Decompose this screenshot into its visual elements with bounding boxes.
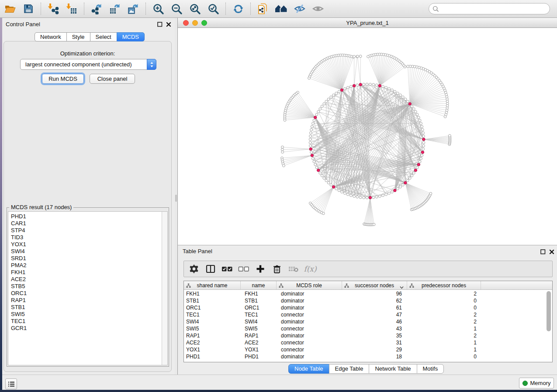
mcds-result-item[interactable]: TID3 bbox=[11, 234, 167, 241]
export-table-icon[interactable] bbox=[106, 1, 124, 16]
control-panel-tabs: NetworkStyleSelectMCDS bbox=[35, 32, 145, 41]
column-type-icon bbox=[344, 283, 349, 289]
column-header-shared-name[interactable]: shared name bbox=[184, 281, 241, 289]
tab-edge-table[interactable]: Edge Table bbox=[329, 364, 370, 374]
tab-style[interactable]: Style bbox=[66, 32, 90, 41]
mcds-result-item[interactable]: FKH1 bbox=[11, 269, 167, 276]
mcds-result-item[interactable]: RAP1 bbox=[11, 297, 167, 304]
search-field[interactable] bbox=[429, 3, 550, 14]
mcds-result-item[interactable]: PHD1 bbox=[11, 213, 167, 220]
column-header-MCDS-role[interactable]: MCDS role bbox=[277, 281, 342, 289]
table-row[interactable]: ORC1ORC1dominator610 bbox=[184, 304, 552, 311]
import-table-icon[interactable] bbox=[62, 1, 81, 16]
close-panel-button[interactable]: Close panel bbox=[90, 74, 135, 84]
zoom-in-icon[interactable] bbox=[149, 1, 167, 16]
mcds-result-item[interactable]: YOX1 bbox=[11, 241, 167, 248]
task-history-button[interactable] bbox=[5, 378, 17, 389]
mcds-result-item[interactable]: SRD1 bbox=[11, 255, 167, 262]
share-document-icon[interactable] bbox=[254, 1, 272, 16]
mcds-list-scrollbar[interactable] bbox=[162, 212, 167, 365]
table-cell: 1 bbox=[407, 339, 481, 346]
table-row[interactable]: ACE2ACE2connector311 bbox=[184, 339, 552, 346]
table-row[interactable]: PHD1PHD1dominator180 bbox=[184, 353, 552, 360]
memory-label: Memory bbox=[530, 380, 551, 386]
run-mcds-button[interactable]: Run MCDS bbox=[42, 74, 84, 84]
table-row[interactable]: STB1STB1dominator620 bbox=[184, 297, 552, 304]
table-row[interactable]: FKH1FKH1dominator962 bbox=[184, 290, 552, 297]
function-builder-icon: f(x) bbox=[304, 263, 316, 275]
mcds-result-item[interactable]: SWI5 bbox=[11, 311, 167, 318]
add-column-icon[interactable] bbox=[255, 263, 266, 275]
mcds-result-list[interactable]: PHD1CAR1STP4TID3YOX1SWI4SRD1PMA2FKH1ACE2… bbox=[8, 211, 168, 365]
mcds-result-item[interactable]: TEC1 bbox=[11, 318, 167, 325]
tab-network-table[interactable]: Network Table bbox=[369, 364, 417, 374]
panel-splitter[interactable] bbox=[175, 18, 178, 375]
close-panel-icon[interactable] bbox=[166, 22, 171, 27]
mcds-result-item[interactable]: SWI4 bbox=[11, 248, 167, 255]
table-cell: 1 bbox=[407, 346, 481, 353]
float-table-panel-icon[interactable] bbox=[540, 249, 546, 254]
table-cell: 46 bbox=[342, 318, 407, 325]
mcds-result-item[interactable]: GCR1 bbox=[11, 325, 167, 332]
import-network-icon[interactable] bbox=[44, 1, 62, 16]
table-cell: 43 bbox=[342, 325, 407, 332]
float-window-icon[interactable] bbox=[157, 22, 163, 27]
save-session-icon[interactable] bbox=[19, 1, 38, 16]
table-cell: YOX1 bbox=[241, 346, 277, 353]
search-network-icon[interactable] bbox=[272, 1, 291, 16]
column-type-icon bbox=[409, 283, 414, 289]
mcds-result-item[interactable]: ACE2 bbox=[11, 276, 167, 283]
hide-unhide-icon[interactable] bbox=[291, 1, 309, 16]
table-cell: PHD1 bbox=[241, 353, 277, 360]
mcds-result-item[interactable]: CAR1 bbox=[11, 220, 167, 227]
table-cell: RAP1 bbox=[241, 332, 277, 339]
close-table-panel-icon[interactable] bbox=[549, 249, 554, 254]
export-network-icon[interactable] bbox=[87, 1, 106, 16]
tab-network[interactable]: Network bbox=[35, 32, 67, 41]
splitter-grip[interactable] bbox=[175, 195, 177, 202]
main-toolbar bbox=[0, 0, 557, 18]
memory-button[interactable]: Memory bbox=[519, 378, 554, 389]
table-cell: YOX1 bbox=[184, 346, 241, 353]
open-session-icon[interactable] bbox=[1, 1, 19, 16]
mcds-result-item[interactable]: STP4 bbox=[11, 227, 167, 234]
export-image-icon[interactable] bbox=[124, 1, 142, 16]
tab-mcds[interactable]: MCDS bbox=[117, 32, 145, 41]
table-scrollbar[interactable] bbox=[547, 291, 551, 361]
mcds-result-item[interactable]: PMA2 bbox=[11, 262, 167, 269]
show-all-columns-icon[interactable] bbox=[221, 263, 233, 275]
dropdown-value: largest connected component (undirected) bbox=[25, 61, 132, 68]
table-row[interactable]: SWI5SWI5connector431 bbox=[184, 325, 552, 332]
zoom-out-icon[interactable] bbox=[167, 1, 186, 16]
table-row[interactable]: YOX1YOX1connector291 bbox=[184, 346, 552, 353]
column-header-successor-nodes[interactable]: successor nodes bbox=[342, 281, 407, 289]
network-title: YPA_prune.txt_1 bbox=[178, 20, 557, 26]
show-graphics-icon[interactable] bbox=[309, 1, 327, 16]
optimization-criterion-dropdown[interactable]: largest connected component (undirected) bbox=[20, 59, 156, 70]
table-tabs: Node TableEdge TableNetwork TableMotifs bbox=[288, 364, 444, 374]
tab-motifs[interactable]: Motifs bbox=[417, 364, 444, 374]
split-panel-icon[interactable] bbox=[205, 263, 216, 275]
desktop-wallpaper-bottom-edge bbox=[0, 390, 557, 392]
tab-select[interactable]: Select bbox=[90, 32, 117, 41]
network-canvas[interactable] bbox=[178, 28, 557, 245]
table-row[interactable]: RAP1RAP1dominator352 bbox=[184, 332, 552, 339]
search-input[interactable] bbox=[439, 4, 550, 13]
table-cell: dominator bbox=[277, 353, 342, 360]
table-row[interactable]: TEC1TEC1connector472 bbox=[184, 311, 552, 318]
refresh-icon[interactable] bbox=[229, 1, 247, 16]
column-header-predecessor-nodes[interactable]: predecessor nodes bbox=[407, 281, 481, 289]
mcds-result-item[interactable]: STB1 bbox=[11, 304, 167, 311]
tab-node-table[interactable]: Node Table bbox=[288, 364, 329, 374]
zoom-fit-icon[interactable] bbox=[186, 1, 204, 16]
hide-all-columns-icon[interactable] bbox=[238, 263, 249, 275]
table-row[interactable]: SWI4SWI4dominator462 bbox=[184, 318, 552, 325]
table-cell: connector bbox=[277, 325, 342, 332]
mcds-result-item[interactable]: STB5 bbox=[11, 283, 167, 290]
table-cell: ACE2 bbox=[184, 339, 241, 346]
table-settings-icon[interactable] bbox=[188, 263, 200, 275]
zoom-selected-icon[interactable] bbox=[204, 1, 222, 16]
mcds-result-item[interactable]: ORC1 bbox=[11, 290, 167, 297]
delete-column-icon[interactable] bbox=[271, 263, 283, 275]
column-header-name[interactable]: name bbox=[241, 281, 277, 289]
